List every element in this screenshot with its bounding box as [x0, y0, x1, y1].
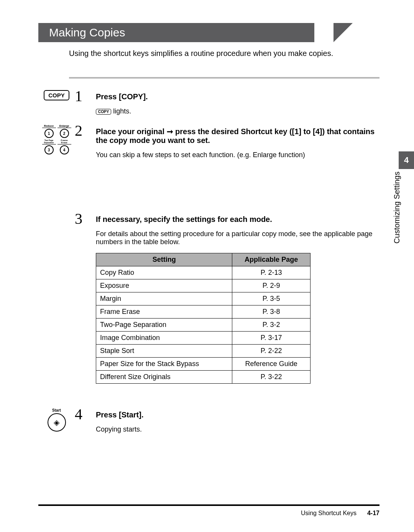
- table-row: Staple SortP. 2-22: [96, 345, 310, 358]
- table-cell-setting: Different Size Originals: [96, 371, 232, 384]
- step-2: Reduce Enlarge 1 2 Two Page Separation F…: [38, 125, 380, 159]
- step-2-title: Place your original ➞ press the desired …: [96, 127, 380, 145]
- table-cell-setting: Staple Sort: [96, 345, 232, 358]
- table-cell-setting: Frame Erase: [96, 305, 232, 319]
- table-cell-page: P. 2-13: [232, 266, 310, 279]
- table-cell-page: Reference Guide: [232, 358, 310, 371]
- step-2-number: 2: [75, 123, 96, 138]
- table-row: ExposureP. 2-9: [96, 279, 310, 292]
- table-row: Different Size OriginalsP. 3-22: [96, 371, 310, 384]
- start-button-icon: Start ◈: [38, 408, 75, 432]
- copy-key-label: COPY: [44, 90, 69, 100]
- table-row: Image CombinationP. 3-17: [96, 332, 310, 345]
- table-row: MarginP. 3-5: [96, 292, 310, 305]
- table-cell-page: P. 3-2: [232, 319, 310, 332]
- step-4-title: Press [Start].: [96, 410, 380, 419]
- step-1-desc-text: lights.: [111, 107, 131, 115]
- intro-text: Using the shortcut keys simplifies a rou…: [69, 49, 380, 58]
- step-4-number: 4: [75, 407, 96, 422]
- step-3-number: 3: [75, 211, 96, 227]
- footer-page-number: 4-17: [367, 510, 380, 517]
- chapter-tab: 4: [399, 151, 414, 169]
- title-flag-icon: [334, 23, 353, 42]
- step-1-desc: COPY lights.: [96, 107, 380, 115]
- shortcut-key-4-icon: 4: [60, 145, 69, 154]
- step-4-desc: Copying starts.: [96, 425, 380, 433]
- section-title-bar: Making Copies: [38, 23, 380, 42]
- footer-text: Using Shortcut Keys: [301, 510, 356, 517]
- shortcut-key-2-icon: 2: [60, 129, 69, 138]
- section-title: Making Copies: [38, 23, 314, 42]
- shortcut-key-1-icon: 1: [44, 129, 54, 138]
- copy-key-small-icon: COPY: [96, 109, 111, 115]
- step-1-title: Press [COPY].: [96, 92, 380, 101]
- table-header-row: Setting Applicable Page: [96, 253, 310, 266]
- table-cell-setting: Two-Page Separation: [96, 319, 232, 332]
- frame-label: Frame Erase: [58, 139, 71, 144]
- table-cell-page: P. 2-22: [232, 345, 310, 358]
- table-cell-setting: Copy Ratio: [96, 266, 232, 279]
- step-1-number: 1: [75, 89, 96, 104]
- start-label: Start: [48, 408, 66, 412]
- chapter-label: Customizing Settings: [393, 172, 402, 244]
- table-cell-page: P. 3-8: [232, 305, 310, 319]
- table-cell-page: P. 3-5: [232, 292, 310, 305]
- table-cell-page: P. 3-17: [232, 332, 310, 345]
- table-cell-setting: Image Combination: [96, 332, 232, 345]
- step-4: Start ◈ 4 Press [Start]. Copying starts.: [38, 408, 380, 433]
- table-header-setting: Setting: [96, 253, 232, 266]
- copy-key-icon: COPY: [38, 90, 75, 100]
- shortcut-key-3-icon: 3: [44, 145, 54, 154]
- reduce-label: Reduce: [42, 125, 56, 128]
- table-row: Frame EraseP. 3-8: [96, 305, 310, 319]
- page-footer: Using Shortcut Keys 4-17: [38, 504, 380, 517]
- twopage-label: Two Page Separation: [42, 139, 56, 144]
- step-2-desc: You can skip a few steps to set each fun…: [96, 151, 380, 159]
- table-row: Copy RatioP. 2-13: [96, 266, 310, 279]
- start-glyph-icon: ◈: [48, 413, 66, 432]
- divider: [69, 77, 380, 79]
- step-1: COPY 1 Press [COPY]. COPY lights.: [38, 90, 380, 115]
- shortcut-keys-icon: Reduce Enlarge 1 2 Two Page Separation F…: [38, 125, 75, 156]
- enlarge-label: Enlarge: [58, 125, 71, 128]
- table-row: Two-Page SeparationP. 3-2: [96, 319, 310, 332]
- settings-table: Setting Applicable Page Copy RatioP. 2-1…: [96, 253, 380, 384]
- step-3: 3 If necessary, specify the settings for…: [38, 213, 380, 399]
- table-header-page: Applicable Page: [232, 253, 310, 266]
- table-cell-page: P. 2-9: [232, 279, 310, 292]
- step-3-desc: For details about the setting procedure …: [96, 230, 380, 246]
- table-cell-setting: Exposure: [96, 279, 232, 292]
- step-3-title: If necessary, specify the settings for e…: [96, 215, 380, 224]
- table-cell-page: P. 3-22: [232, 371, 310, 384]
- table-cell-setting: Margin: [96, 292, 232, 305]
- table-cell-setting: Paper Size for the Stack Bypass: [96, 358, 232, 371]
- table-row: Paper Size for the Stack BypassReference…: [96, 358, 310, 371]
